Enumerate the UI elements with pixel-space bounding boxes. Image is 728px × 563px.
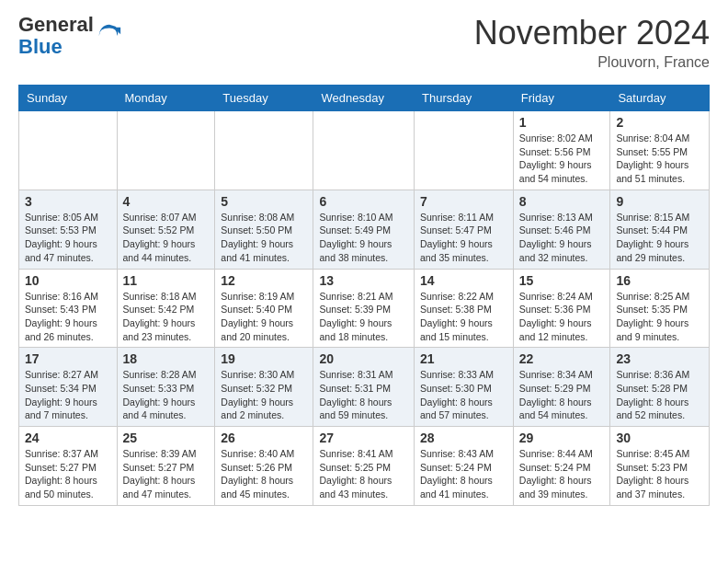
calendar-cell: 3Sunrise: 8:05 AM Sunset: 5:53 PM Daylig… <box>19 190 118 269</box>
day-info: Sunrise: 8:07 AM Sunset: 5:52 PM Dayligh… <box>123 211 210 265</box>
day-info: Sunrise: 8:25 AM Sunset: 5:35 PM Dayligh… <box>616 290 703 344</box>
calendar-cell: 10Sunrise: 8:16 AM Sunset: 5:43 PM Dayli… <box>19 269 118 348</box>
calendar-cell: 4Sunrise: 8:07 AM Sunset: 5:52 PM Daylig… <box>117 190 215 269</box>
day-number: 17 <box>25 351 111 366</box>
day-number: 20 <box>319 351 408 366</box>
day-info: Sunrise: 8:22 AM Sunset: 5:38 PM Dayligh… <box>420 290 507 344</box>
calendar-cell: 26Sunrise: 8:40 AM Sunset: 5:26 PM Dayli… <box>215 427 313 506</box>
calendar-cell: 11Sunrise: 8:18 AM Sunset: 5:42 PM Dayli… <box>117 269 215 348</box>
calendar-row-4: 17Sunrise: 8:27 AM Sunset: 5:34 PM Dayli… <box>19 348 710 427</box>
calendar-cell: 13Sunrise: 8:21 AM Sunset: 5:39 PM Dayli… <box>313 269 415 348</box>
day-info: Sunrise: 8:36 AM Sunset: 5:28 PM Dayligh… <box>616 368 703 422</box>
calendar-cell: 15Sunrise: 8:24 AM Sunset: 5:36 PM Dayli… <box>513 269 610 348</box>
title-section: November 2024 Plouvorn, France <box>474 14 710 71</box>
day-info: Sunrise: 8:16 AM Sunset: 5:43 PM Dayligh… <box>25 290 111 344</box>
day-number: 18 <box>123 351 210 366</box>
day-number: 9 <box>616 194 703 209</box>
calendar-cell <box>117 111 215 190</box>
day-number: 16 <box>616 273 703 288</box>
day-number: 19 <box>221 351 307 366</box>
calendar-cell: 18Sunrise: 8:28 AM Sunset: 5:33 PM Dayli… <box>117 348 215 427</box>
logo-text: General Blue <box>18 14 94 58</box>
day-number: 4 <box>123 194 210 209</box>
calendar-cell: 9Sunrise: 8:15 AM Sunset: 5:44 PM Daylig… <box>610 190 710 269</box>
calendar-cell: 25Sunrise: 8:39 AM Sunset: 5:27 PM Dayli… <box>117 427 215 506</box>
day-number: 5 <box>221 194 307 209</box>
month-title: November 2024 <box>474 14 710 52</box>
header-cell-sunday: Sunday <box>19 86 118 111</box>
day-info: Sunrise: 8:08 AM Sunset: 5:50 PM Dayligh… <box>221 211 307 265</box>
day-info: Sunrise: 8:39 AM Sunset: 5:27 PM Dayligh… <box>123 447 210 501</box>
calendar-cell <box>215 111 313 190</box>
header-row: SundayMondayTuesdayWednesdayThursdayFrid… <box>19 86 710 111</box>
calendar-row-1: 1Sunrise: 8:02 AM Sunset: 5:56 PM Daylig… <box>19 111 710 190</box>
page-container: General Blue November 2024 Plouvorn, Fra… <box>0 0 728 520</box>
day-info: Sunrise: 8:28 AM Sunset: 5:33 PM Dayligh… <box>123 368 210 422</box>
day-number: 21 <box>420 351 507 366</box>
header: General Blue November 2024 Plouvorn, Fra… <box>18 14 710 71</box>
day-info: Sunrise: 8:40 AM Sunset: 5:26 PM Dayligh… <box>221 447 307 501</box>
calendar-cell: 28Sunrise: 8:43 AM Sunset: 5:24 PM Dayli… <box>415 427 514 506</box>
calendar-cell: 1Sunrise: 8:02 AM Sunset: 5:56 PM Daylig… <box>513 111 610 190</box>
day-number: 10 <box>25 273 111 288</box>
calendar-cell: 7Sunrise: 8:11 AM Sunset: 5:47 PM Daylig… <box>415 190 514 269</box>
calendar-cell: 21Sunrise: 8:33 AM Sunset: 5:30 PM Dayli… <box>415 348 514 427</box>
day-number: 29 <box>519 431 605 445</box>
calendar-cell: 14Sunrise: 8:22 AM Sunset: 5:38 PM Dayli… <box>415 269 514 348</box>
calendar-cell: 12Sunrise: 8:19 AM Sunset: 5:40 PM Dayli… <box>215 269 313 348</box>
day-number: 6 <box>319 194 408 209</box>
day-number: 23 <box>616 351 703 366</box>
day-info: Sunrise: 8:27 AM Sunset: 5:34 PM Dayligh… <box>25 368 111 422</box>
day-number: 12 <box>221 273 307 288</box>
day-info: Sunrise: 8:45 AM Sunset: 5:23 PM Dayligh… <box>616 447 703 501</box>
day-info: Sunrise: 8:24 AM Sunset: 5:36 PM Dayligh… <box>519 290 605 344</box>
day-info: Sunrise: 8:43 AM Sunset: 5:24 PM Dayligh… <box>420 447 507 501</box>
calendar-row-5: 24Sunrise: 8:37 AM Sunset: 5:27 PM Dayli… <box>19 427 710 506</box>
calendar-row-2: 3Sunrise: 8:05 AM Sunset: 5:53 PM Daylig… <box>19 190 710 269</box>
day-number: 26 <box>221 431 307 445</box>
day-number: 25 <box>123 431 210 445</box>
day-number: 28 <box>420 431 507 445</box>
header-cell-thursday: Thursday <box>415 86 514 111</box>
calendar-cell: 19Sunrise: 8:30 AM Sunset: 5:32 PM Dayli… <box>215 348 313 427</box>
day-number: 3 <box>25 194 111 209</box>
calendar: SundayMondayTuesdayWednesdayThursdayFrid… <box>18 85 710 506</box>
day-number: 14 <box>420 273 507 288</box>
day-number: 30 <box>616 431 703 445</box>
header-cell-tuesday: Tuesday <box>215 86 313 111</box>
day-number: 7 <box>420 194 507 209</box>
header-cell-wednesday: Wednesday <box>313 86 415 111</box>
calendar-cell <box>313 111 415 190</box>
calendar-cell: 20Sunrise: 8:31 AM Sunset: 5:31 PM Dayli… <box>313 348 415 427</box>
day-number: 15 <box>519 273 605 288</box>
day-info: Sunrise: 8:31 AM Sunset: 5:31 PM Dayligh… <box>319 368 408 422</box>
day-info: Sunrise: 8:04 AM Sunset: 5:55 PM Dayligh… <box>616 132 703 186</box>
day-info: Sunrise: 8:41 AM Sunset: 5:25 PM Dayligh… <box>319 447 408 501</box>
day-number: 22 <box>519 351 605 366</box>
day-number: 8 <box>519 194 605 209</box>
day-info: Sunrise: 8:18 AM Sunset: 5:42 PM Dayligh… <box>123 290 210 344</box>
calendar-cell <box>415 111 514 190</box>
calendar-cell: 6Sunrise: 8:10 AM Sunset: 5:49 PM Daylig… <box>313 190 415 269</box>
day-info: Sunrise: 8:21 AM Sunset: 5:39 PM Dayligh… <box>319 290 408 344</box>
calendar-cell: 27Sunrise: 8:41 AM Sunset: 5:25 PM Dayli… <box>313 427 415 506</box>
day-info: Sunrise: 8:13 AM Sunset: 5:46 PM Dayligh… <box>519 211 605 265</box>
day-info: Sunrise: 8:15 AM Sunset: 5:44 PM Dayligh… <box>616 211 703 265</box>
day-number: 11 <box>123 273 210 288</box>
day-info: Sunrise: 8:44 AM Sunset: 5:24 PM Dayligh… <box>519 447 605 501</box>
calendar-cell: 8Sunrise: 8:13 AM Sunset: 5:46 PM Daylig… <box>513 190 610 269</box>
calendar-cell: 29Sunrise: 8:44 AM Sunset: 5:24 PM Dayli… <box>513 427 610 506</box>
day-info: Sunrise: 8:33 AM Sunset: 5:30 PM Dayligh… <box>420 368 507 422</box>
logo-blue: Blue <box>18 35 63 58</box>
day-number: 2 <box>616 115 703 130</box>
day-number: 24 <box>25 431 111 445</box>
header-cell-friday: Friday <box>513 86 610 111</box>
calendar-cell: 30Sunrise: 8:45 AM Sunset: 5:23 PM Dayli… <box>610 427 710 506</box>
day-number: 1 <box>519 115 605 130</box>
calendar-cell: 16Sunrise: 8:25 AM Sunset: 5:35 PM Dayli… <box>610 269 710 348</box>
day-info: Sunrise: 8:11 AM Sunset: 5:47 PM Dayligh… <box>420 211 507 265</box>
calendar-cell: 17Sunrise: 8:27 AM Sunset: 5:34 PM Dayli… <box>19 348 118 427</box>
day-info: Sunrise: 8:37 AM Sunset: 5:27 PM Dayligh… <box>25 447 111 501</box>
calendar-cell: 24Sunrise: 8:37 AM Sunset: 5:27 PM Dayli… <box>19 427 118 506</box>
day-info: Sunrise: 8:05 AM Sunset: 5:53 PM Dayligh… <box>25 211 111 265</box>
